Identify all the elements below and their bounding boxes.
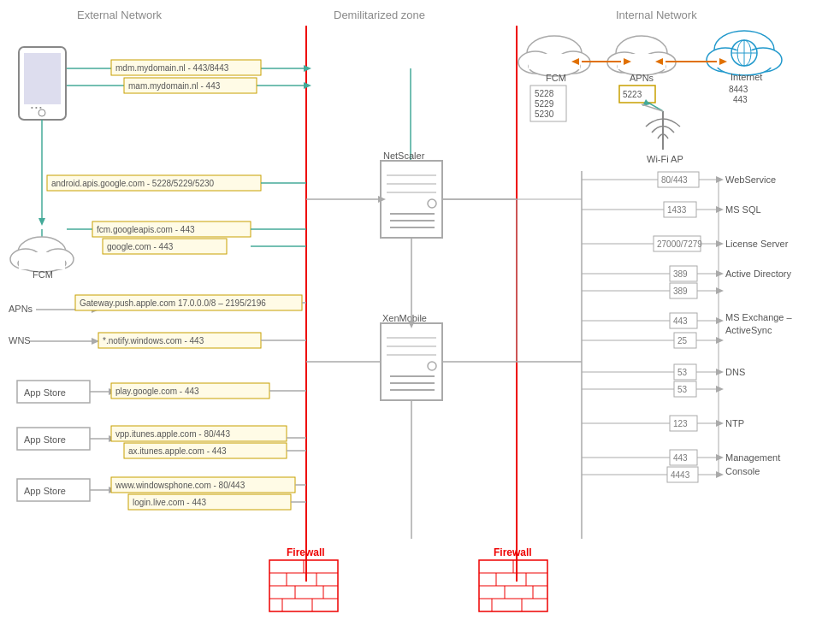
- svg-text:google.com - 443: google.com - 443: [107, 242, 174, 251]
- svg-text:NTP: NTP: [725, 418, 744, 428]
- svg-text:App Store: App Store: [24, 486, 66, 496]
- svg-marker-7: [304, 65, 311, 72]
- svg-text:login.live.com - 443: login.live.com - 443: [133, 498, 207, 507]
- svg-text:389: 389: [673, 286, 688, 296]
- svg-text:5228: 5228: [535, 89, 554, 98]
- svg-text:APNs: APNs: [630, 73, 654, 83]
- svg-text:WebService: WebService: [725, 174, 776, 185]
- svg-text:App Store: App Store: [24, 387, 66, 398]
- svg-marker-17: [38, 218, 45, 226]
- svg-text:ActiveSync: ActiveSync: [725, 325, 772, 335]
- svg-text:Firewall: Firewall: [287, 546, 325, 558]
- dmz-title: Demilitarized zone: [334, 9, 425, 21]
- network-diagram-svg: External Network Demilitarized zone Inte…: [0, 0, 840, 620]
- svg-text:ax.itunes.apple.com - 443: ax.itunes.apple.com - 443: [128, 446, 227, 456]
- svg-text:Management: Management: [725, 452, 780, 463]
- svg-text:80/443: 80/443: [661, 175, 688, 185]
- svg-text:5229: 5229: [535, 99, 554, 109]
- svg-marker-211: [716, 369, 724, 375]
- svg-text:Wi-Fi AP: Wi-Fi AP: [647, 154, 683, 164]
- svg-text:WNS: WNS: [9, 335, 31, 345]
- svg-text:8443: 8443: [729, 85, 748, 94]
- svg-rect-3: [24, 53, 61, 104]
- svg-marker-194: [716, 287, 724, 294]
- svg-text:*.notify.windows.com - 443: *.notify.windows.com - 443: [103, 336, 204, 345]
- internal-title: Internal Network: [616, 9, 697, 21]
- diagram: External Network Demilitarized zone Inte…: [0, 0, 840, 620]
- svg-text:NetScaler: NetScaler: [383, 151, 425, 161]
- svg-text:Active Directory: Active Directory: [725, 269, 792, 279]
- svg-marker-176: [716, 206, 724, 213]
- svg-marker-182: [716, 240, 724, 247]
- svg-text:MS Exchange –: MS Exchange –: [725, 312, 793, 322]
- svg-text:4443: 4443: [671, 470, 690, 480]
- svg-marker-235: [716, 471, 724, 478]
- svg-text:443: 443: [733, 95, 748, 104]
- svg-text:App Store: App Store: [24, 434, 66, 445]
- svg-text:443: 443: [673, 316, 688, 326]
- svg-marker-228: [716, 454, 724, 461]
- svg-marker-217: [716, 386, 724, 393]
- svg-text:• • •: • • •: [31, 103, 42, 111]
- svg-text:5223: 5223: [623, 90, 642, 99]
- svg-text:android.apis.google.com - 5228: android.apis.google.com - 5228/5229/5230: [51, 179, 215, 188]
- svg-text:fcm.googleapis.com - 443: fcm.googleapis.com - 443: [97, 225, 195, 234]
- svg-marker-170: [716, 176, 724, 183]
- svg-text:www.windowsphone.com - 80/443: www.windowsphone.com - 80/443: [115, 481, 245, 490]
- external-title: External Network: [77, 9, 162, 21]
- svg-text:License Server: License Server: [725, 239, 789, 249]
- svg-text:mam.mydomain.nl - 443: mam.mydomain.nl - 443: [128, 81, 221, 91]
- svg-text:FCM: FCM: [546, 73, 566, 83]
- svg-text:Console: Console: [725, 466, 760, 476]
- svg-text:mdm.mydomain.nl - 443/8443: mdm.mydomain.nl - 443/8443: [115, 63, 229, 73]
- svg-text:53: 53: [677, 368, 688, 377]
- svg-rect-26: [19, 252, 65, 269]
- svg-text:FCM: FCM: [33, 269, 53, 280]
- svg-text:1433: 1433: [667, 205, 687, 215]
- svg-text:vpp.itunes.apple.com - 80/443: vpp.itunes.apple.com - 80/443: [115, 429, 230, 439]
- svg-text:53: 53: [677, 385, 688, 394]
- svg-text:DNS: DNS: [725, 367, 745, 377]
- svg-text:123: 123: [673, 419, 688, 428]
- svg-text:APNs: APNs: [9, 304, 33, 314]
- svg-text:Internet: Internet: [731, 72, 762, 82]
- svg-text:MS SQL: MS SQL: [725, 204, 761, 215]
- svg-marker-199: [716, 317, 724, 324]
- svg-marker-188: [716, 270, 724, 277]
- svg-text:Gateway.push.apple.com 17.0.0.: Gateway.push.apple.com 17.0.0.0/8 – 2195…: [80, 298, 266, 308]
- svg-text:play.google.com - 443: play.google.com - 443: [115, 387, 199, 396]
- svg-text:27000/7279: 27000/7279: [657, 239, 702, 249]
- svg-text:389: 389: [673, 269, 688, 279]
- svg-marker-222: [716, 420, 724, 427]
- svg-text:25: 25: [677, 336, 688, 345]
- svg-marker-206: [716, 337, 724, 344]
- svg-text:XenMobile: XenMobile: [382, 313, 427, 323]
- svg-marker-9: [304, 82, 311, 89]
- svg-text:443: 443: [673, 453, 688, 463]
- svg-text:Firewall: Firewall: [494, 546, 532, 558]
- svg-text:5230: 5230: [535, 109, 554, 119]
